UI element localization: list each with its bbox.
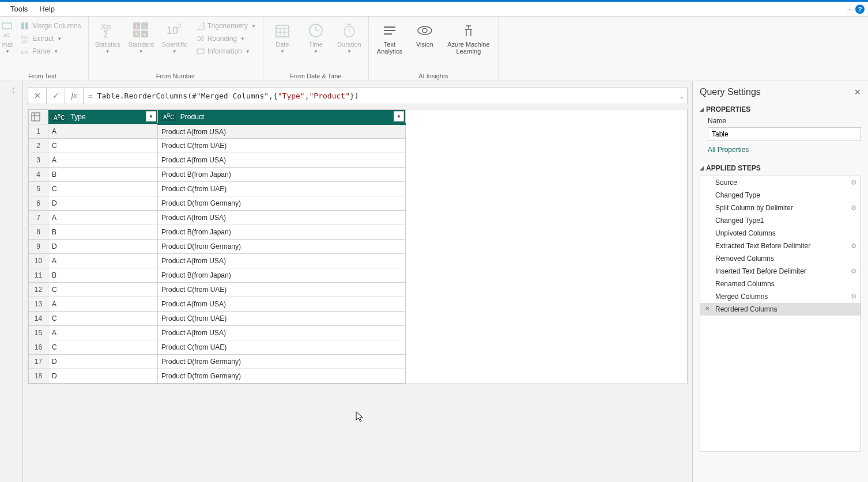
properties-section-header[interactable]: ◢ PROPERTIES (700, 105, 861, 113)
formula-cancel-button[interactable]: ✕ (28, 87, 46, 104)
menu-help[interactable]: Help (33, 3, 61, 15)
table-row[interactable]: 14CProduct C(from UAE) (29, 312, 406, 326)
query-name-input[interactable] (708, 127, 861, 141)
cell-type[interactable]: C (48, 283, 158, 297)
azure-ml-button[interactable]: Azure Machine Learning (444, 20, 493, 56)
applied-step[interactable]: Source⚙ (700, 176, 861, 189)
table-row[interactable]: 11BProduct B(from Japan) (29, 268, 406, 283)
scientific-button[interactable]: 102 Scientific ▼ (160, 20, 189, 55)
gear-icon[interactable]: ⚙ (851, 267, 857, 275)
column-filter-product[interactable]: ▼ (394, 111, 404, 122)
rounding-button[interactable]: .00 Rounding ▼ (194, 33, 258, 44)
row-number[interactable]: 5 (29, 182, 48, 196)
table-row[interactable]: 15AProduct A(from USA) (29, 326, 406, 340)
information-button[interactable]: Information ▼ (194, 45, 258, 57)
row-number[interactable]: 17 (29, 355, 48, 369)
cell-type[interactable]: A (48, 254, 158, 268)
cell-product[interactable]: Product A(from USA) (158, 211, 406, 225)
statistics-button[interactable]: XσΣ Statistics ▼ (93, 20, 122, 55)
table-row[interactable]: 8BProduct B(from Japan) (29, 225, 406, 240)
gear-icon[interactable]: ⚙ (851, 204, 857, 212)
applied-step[interactable]: Split Column by Delimiter⚙ (700, 202, 861, 214)
table-row[interactable]: 5CProduct C(from UAE) (29, 182, 406, 196)
cell-product[interactable]: Product C(from UAE) (158, 312, 406, 326)
date-button[interactable]: Date ▼ (268, 20, 297, 55)
applied-step[interactable]: Reordered Columns (700, 303, 861, 316)
applied-step[interactable]: Removed Columns (700, 252, 861, 265)
table-row[interactable]: 9DProduct D(from Germany) (29, 240, 406, 254)
table-row[interactable]: 6DProduct D(from Germany) (29, 196, 406, 211)
menu-tools[interactable]: Tools (5, 3, 33, 15)
table-row[interactable]: 16CProduct C(from UAE) (29, 340, 406, 355)
row-number[interactable]: 9 (29, 240, 48, 254)
ribbon-collapse-toggle[interactable]: ︿ (847, 5, 852, 13)
formula-commit-button[interactable]: ✓ (46, 87, 65, 104)
standard-button[interactable]: +−×÷ Standard ▼ (127, 20, 156, 55)
close-panel-button[interactable]: ✕ (854, 88, 861, 97)
cell-product[interactable]: Product D(from Germany) (158, 355, 406, 369)
cell-type[interactable]: A (48, 211, 158, 225)
row-number[interactable]: 11 (29, 268, 48, 283)
table-row[interactable]: 12CProduct C(from UAE) (29, 283, 406, 297)
trigonometry-button[interactable]: Trigonometry ▼ (194, 20, 258, 32)
formula-input[interactable]: = Table.ReorderColumns(#"Merged Columns"… (83, 87, 688, 104)
row-number[interactable]: 2 (29, 139, 48, 153)
cell-product[interactable]: Product C(from UAE) (158, 182, 406, 196)
row-number[interactable]: 16 (29, 340, 48, 355)
column-filter-type[interactable]: ▼ (146, 111, 156, 122)
table-corner[interactable] (29, 110, 48, 124)
table-row[interactable]: 3AProduct A(from USA) (29, 153, 406, 168)
table-row[interactable]: 2CProduct C(from UAE) (29, 139, 406, 153)
row-number[interactable]: 4 (29, 168, 48, 182)
table-row[interactable]: 10AProduct A(from USA) (29, 254, 406, 268)
cell-product[interactable]: Product A(from USA) (158, 254, 406, 268)
cell-product[interactable]: Product A(from USA) (158, 153, 406, 168)
applied-step[interactable]: Changed Type1 (700, 214, 861, 227)
cell-type[interactable]: C (48, 182, 158, 196)
cell-type[interactable]: D (48, 355, 158, 369)
cell-product[interactable]: Product B(from Japan) (158, 268, 406, 283)
duration-button[interactable]: Duration ▼ (335, 20, 364, 55)
cell-product[interactable]: Product A(from USA) (158, 326, 406, 340)
gear-icon[interactable]: ⚙ (851, 242, 857, 250)
row-number[interactable]: 7 (29, 211, 48, 225)
gear-icon[interactable]: ⚙ (851, 293, 857, 301)
row-number[interactable]: 8 (29, 225, 48, 240)
row-number[interactable]: 15 (29, 326, 48, 340)
column-header-type[interactable]: ABC Type ▼ (48, 110, 158, 124)
row-number[interactable]: 6 (29, 196, 48, 211)
cell-product[interactable]: Product D(from Germany) (158, 240, 406, 254)
cell-product[interactable]: Product B(from Japan) (158, 168, 406, 182)
column-header-product[interactable]: ABC Product ▼ (158, 110, 406, 124)
cell-type[interactable]: A (48, 153, 158, 168)
cell-type[interactable]: C (48, 312, 158, 326)
cell-type[interactable]: D (48, 240, 158, 254)
applied-step[interactable]: Extracted Text Before Delimiter⚙ (700, 240, 861, 252)
cell-type[interactable]: A (48, 297, 158, 312)
cell-product[interactable]: Product A(from USA) (158, 297, 406, 312)
cell-type[interactable]: B (48, 268, 158, 283)
parse-button[interactable]: abc Parse ▼ (18, 45, 84, 57)
cell-product[interactable]: Product A(from USA) (158, 124, 406, 139)
row-number[interactable]: 1 (29, 124, 48, 139)
data-grid[interactable]: ABC Type ▼ ABC Product ▼ 1AProduct A(fro… (28, 109, 688, 384)
cell-type[interactable]: C (48, 340, 158, 355)
cell-type[interactable]: A (48, 124, 158, 139)
cell-type[interactable]: B (48, 168, 158, 182)
cell-type[interactable]: B (48, 225, 158, 240)
applied-step[interactable]: Renamed Columns (700, 278, 861, 290)
cell-product[interactable]: Product D(from Germany) (158, 196, 406, 211)
vision-button[interactable]: Vision (410, 20, 439, 49)
row-number[interactable]: 14 (29, 312, 48, 326)
cell-product[interactable]: Product D(from Germany) (158, 369, 406, 384)
cell-type[interactable]: D (48, 196, 158, 211)
table-row[interactable]: 4BProduct B(from Japan) (29, 168, 406, 182)
format-button[interactable]: aC mat ▼ (1, 20, 14, 55)
table-row[interactable]: 13AProduct A(from USA) (29, 297, 406, 312)
table-row[interactable]: 1AProduct A(from USA) (29, 124, 406, 139)
cell-product[interactable]: Product C(from UAE) (158, 340, 406, 355)
formula-fx-button[interactable]: fx (65, 87, 83, 104)
cell-type[interactable]: C (48, 139, 158, 153)
applied-steps-section-header[interactable]: ◢ APPLIED STEPS (700, 164, 861, 172)
formula-expand-button[interactable]: ⌄ (680, 93, 684, 99)
